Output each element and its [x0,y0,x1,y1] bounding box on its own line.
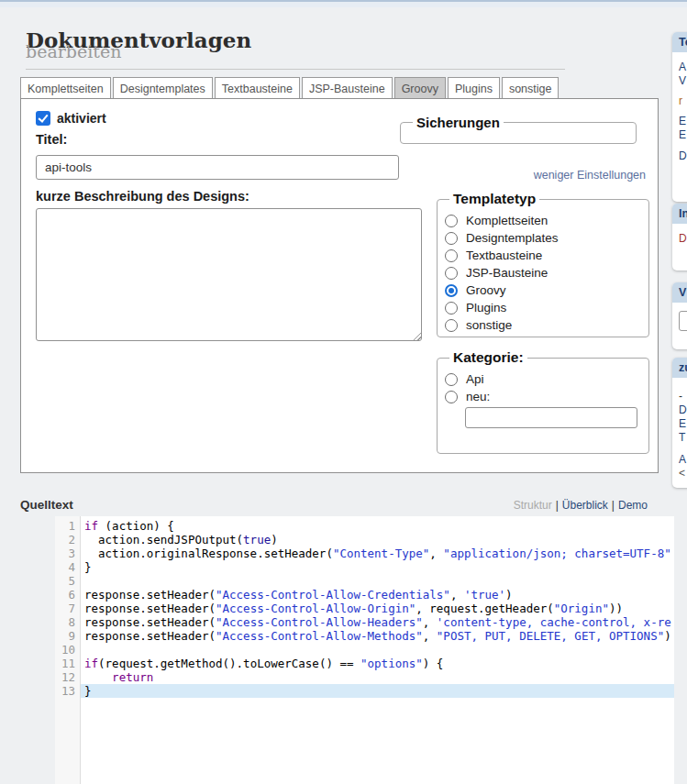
kategorie-neu-input[interactable] [465,407,637,428]
code-line[interactable]: response.setHeader("Access-Control-Allow… [81,602,674,615]
radio-selected-icon[interactable] [445,284,458,297]
link-separator: | [612,499,615,512]
code-line-highlighted[interactable]: } [81,684,674,698]
sidebar-link-fragment[interactable]: V [679,75,687,87]
sidebar-link-fragment[interactable]: E [679,129,687,141]
code-token: "Access-Control-Allow-Methods" [216,629,423,643]
tab-textbausteine[interactable]: Textbausteine [215,77,300,100]
code-line[interactable]: } [81,560,674,574]
sidebar-panel-4-header: zu [672,358,687,378]
line-number: 4 [55,560,80,574]
code-line[interactable]: if(request.getMethod().toLowerCase() == … [81,657,674,670]
code-token: response.setHeader( [84,629,216,643]
templatetyp-option-komplettseiten[interactable]: Komplettseiten [445,214,641,227]
sidebar-panel-2-body: D [672,224,687,271]
templatetyp-option-label: Textbausteine [466,248,542,262]
tab-designtemplates[interactable]: Designtemplates [113,77,213,100]
beschreibung-label: kurze Beschreibung des Designs: [36,189,249,204]
kategorie-option-neu-[interactable]: neu: [445,390,641,403]
titel-input[interactable] [36,155,399,180]
radio-icon[interactable] [445,373,458,386]
sidebar-link-fragment[interactable]: A [679,61,687,73]
code-area[interactable]: if (action) { action.sendJSPOutput(true)… [81,516,674,784]
code-token: (action) { [98,519,174,533]
radio-icon[interactable] [445,302,458,315]
kategorie-option-api[interactable]: Api [445,372,641,386]
sidebar-input[interactable] [679,311,687,331]
radio-icon[interactable] [445,391,458,403]
templatetyp-legend: Templatetyp [449,191,539,207]
code-token: ) { [423,657,444,670]
sidebar-link-fragment[interactable]: r [679,95,687,107]
code-token: ) [664,629,671,643]
line-number: 2 [55,533,80,547]
kategorie-options: Apineu: [445,372,641,403]
sidebar-link-fragment[interactable]: A [679,454,687,466]
templatetyp-option-jsp-bausteine[interactable]: JSP-Bausteine [445,266,641,280]
sidebar-panel-4-body: -DETA< [672,378,687,488]
sicherungen-fieldset[interactable]: Sicherungen [400,115,637,144]
kategorie-option-label: neu: [466,390,490,403]
sidebar-link-fragment[interactable]: - [679,391,687,403]
weniger-einstellungen-link[interactable]: weniger Einstellungen [534,169,646,182]
code-line[interactable] [81,643,674,657]
code-token: "Content-Type" [333,547,429,560]
sidebar-link-fragment[interactable]: D [679,233,687,245]
code-editor[interactable]: 12345678910111213 if (action) { action.s… [55,516,674,784]
tab-jsp-bausteine[interactable]: JSP-Bausteine [302,77,393,100]
code-token: 'true' [464,588,505,602]
code-token: response.setHeader( [84,615,216,629]
tab-sonstige[interactable]: sonstige [502,77,560,100]
code-token: "Access-Control-Allow-Origin" [216,602,416,615]
titel-label: Titel: [36,132,67,147]
radio-icon[interactable] [445,319,458,332]
code-line[interactable]: return [81,670,674,684]
radio-icon[interactable] [445,232,458,245]
radio-icon[interactable] [445,267,458,280]
sidebar-link-fragment[interactable]: D [679,150,687,162]
line-number: 3 [55,547,80,560]
radio-icon[interactable] [445,249,458,262]
code-token: response.setHeader( [84,588,216,602]
sidebar-link-fragment[interactable]: T [679,432,687,444]
templatetyp-option-groovy[interactable]: Groovy [445,283,641,297]
code-token: "Access-Control-Allow-Credentials" [216,588,450,602]
code-token: , [429,547,443,560]
quelltext-view-demo[interactable]: Demo [618,499,648,512]
line-number: 8 [55,615,80,629]
templatetyp-option-textbausteine[interactable]: Textbausteine [445,248,641,262]
quelltext-view-struktur[interactable]: Struktur [514,499,552,512]
tab-plugins[interactable]: Plugins [448,77,500,100]
sidebar-link-fragment[interactable]: D [679,404,687,416]
code-token: "application/json; charset=UTF-8" [443,547,670,560]
quelltext-view-links: Struktur|Überblick|Demo [514,499,648,512]
sidebar-panel-1-header: Te [672,32,687,52]
code-line[interactable]: action.sendJSPOutput(true) [81,533,674,547]
templatetyp-option-plugins[interactable]: Plugins [445,301,641,315]
sidebar-link-fragment[interactable]: E [679,418,687,430]
code-token: ) [271,533,278,547]
quelltext-view-überblick[interactable]: Überblick [562,499,608,512]
tab-komplettseiten[interactable]: Komplettseiten [20,77,111,100]
code-token: action.originalResponse.setHeader( [84,547,333,560]
code-line[interactable]: if (action) { [81,519,674,533]
code-line[interactable]: action.originalResponse.setHeader("Conte… [81,547,674,560]
sidebar-link-fragment[interactable]: < [679,468,687,480]
sidebar-link-fragment[interactable]: E [679,116,687,127]
aktiviert-checkbox-row[interactable]: aktiviert [36,111,106,126]
code-line[interactable]: response.setHeader("Access-Control-Allow… [81,615,674,629]
line-number-gutter: 12345678910111213 [55,516,81,784]
code-line[interactable]: response.setHeader("Access-Control-Allow… [81,629,674,643]
radio-icon[interactable] [445,215,458,227]
code-line[interactable] [81,574,674,588]
line-number: 9 [55,629,80,643]
templatetyp-option-sonstige[interactable]: sonstige [445,318,641,332]
beschreibung-textarea[interactable] [36,208,422,341]
checkbox-checked-icon[interactable] [36,111,50,126]
code-token: (request.getMethod().toLowerCase() == [98,657,360,670]
templatetyp-option-designtemplates[interactable]: Designtemplates [445,231,641,245]
tab-groovy[interactable]: Groovy [394,77,446,100]
top-bar [0,0,687,7]
line-number: 12 [55,670,80,684]
code-line[interactable]: response.setHeader("Access-Control-Allow… [81,588,674,602]
